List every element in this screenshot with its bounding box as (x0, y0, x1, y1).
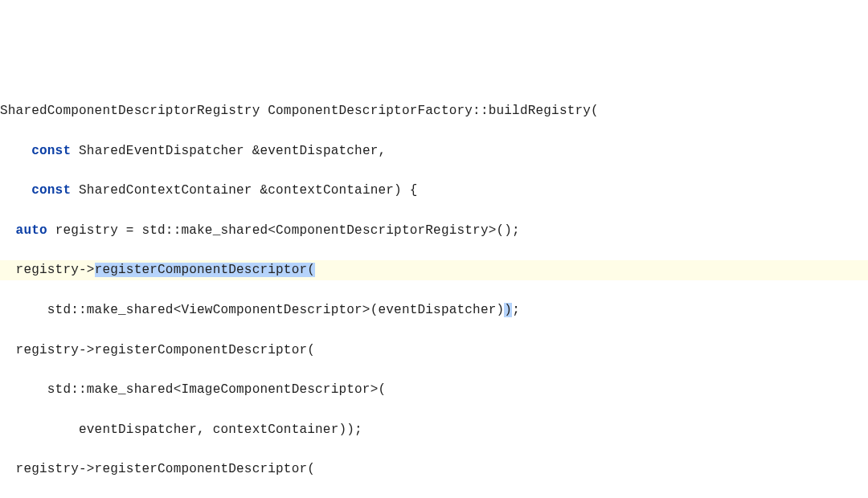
code-text: registry-> (0, 263, 95, 277)
code-line: registry->registerComponentDescriptor( (0, 341, 868, 361)
code-line-highlighted: registry->registerComponentDescriptor( (0, 260, 868, 280)
keyword-auto: auto (16, 223, 47, 238)
code-text: registry->registerComponentDescriptor( (0, 343, 315, 357)
code-text: SharedEventDispatcher &eventDispatcher, (71, 144, 386, 158)
code-line: const SharedEventDispatcher &eventDispat… (0, 141, 868, 161)
code-line: registry->registerComponentDescriptor( (0, 459, 868, 480)
code-text: std::make_shared<ViewComponentDescriptor… (0, 303, 504, 317)
code-line: const SharedContextContainer &contextCon… (0, 181, 868, 201)
code-line: SharedComponentDescriptorRegistry Compon… (0, 101, 868, 121)
code-text: registry = std::make_shared<ComponentDes… (47, 223, 520, 238)
code-text: registry->registerComponentDescriptor( (0, 462, 315, 476)
code-block[interactable]: SharedComponentDescriptorRegistry Compon… (0, 81, 868, 498)
indent (0, 183, 31, 198)
text-selection: registerComponentDescriptor( (95, 263, 315, 277)
code-text: SharedComponentDescriptorRegistry Compon… (0, 104, 599, 118)
code-line: std::make_shared<ViewComponentDescriptor… (0, 300, 868, 320)
keyword-const: const (31, 183, 71, 198)
keyword-const: const (31, 144, 71, 158)
indent (0, 144, 31, 158)
code-line: std::make_shared<ImageComponentDescripto… (0, 380, 868, 400)
code-line: auto registry = std::make_shared<Compone… (0, 221, 868, 241)
code-line: eventDispatcher, contextContainer)); (0, 420, 868, 440)
text-selection: ) (504, 303, 512, 317)
code-text: std::make_shared<ImageComponentDescripto… (0, 382, 386, 397)
code-text: eventDispatcher, contextContainer)); (0, 422, 362, 437)
code-text: ; (512, 303, 520, 317)
code-text: SharedContextContainer &contextContainer… (71, 183, 417, 198)
